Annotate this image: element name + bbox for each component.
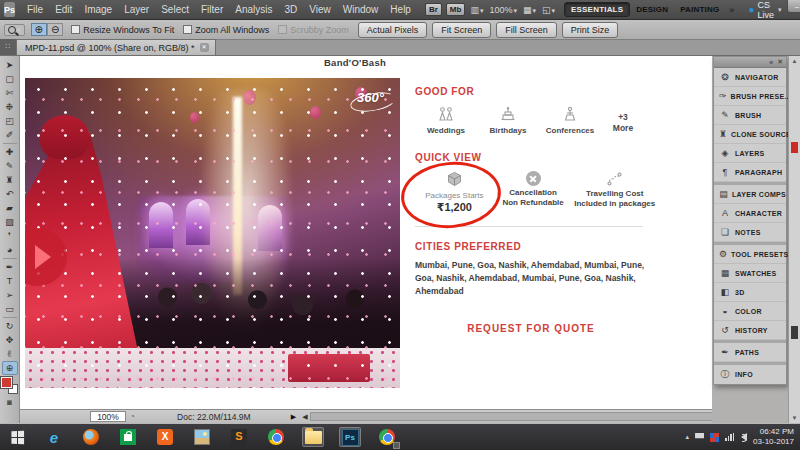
request-quote-button[interactable]: REQUEST FOR QUOTE [415, 323, 647, 334]
taskbar-clock[interactable]: 06:42 PM 03-10-2017 [753, 427, 794, 447]
collapse-dock-icon[interactable]: « [769, 59, 773, 66]
panel-info[interactable]: ⓘINFO [714, 365, 786, 384]
clone-stamp-tool[interactable]: ♜ [2, 173, 18, 187]
status-flyout-arrow[interactable]: ▶ [291, 413, 296, 421]
mini-bridge-button[interactable]: Mb [446, 3, 466, 16]
panel-3d[interactable]: ◧3D [714, 283, 786, 302]
tray-expand-icon[interactable]: ▴ [686, 433, 690, 441]
zoom-tool[interactable]: ⊕ [2, 361, 18, 375]
panel-layer-comps[interactable]: ▤LAYER COMPS [714, 185, 786, 204]
panel-paths[interactable]: ✒PATHS [714, 343, 786, 362]
menu-edit[interactable]: Edit [49, 0, 78, 19]
resize-windows-checkbox[interactable]: Resize Windows To Fit [71, 25, 174, 35]
eraser-tool[interactable]: ▰ [2, 201, 18, 215]
start-button[interactable] [6, 427, 28, 447]
panel-notes[interactable]: ❏NOTES [714, 223, 786, 242]
photos-button[interactable] [191, 427, 213, 447]
panel-grip[interactable]: ∷ [0, 39, 16, 55]
dodge-tool[interactable]: ◕ [2, 243, 18, 257]
canvas[interactable]: Band'O'Bash [20, 56, 712, 409]
tab-close-icon[interactable]: ✕ [200, 43, 209, 52]
cs-live-dropdown[interactable]: ● CS Live ▾ [744, 0, 785, 20]
lasso-tool[interactable]: ✄ [2, 86, 18, 100]
firefox-button[interactable] [80, 427, 102, 447]
fill-screen-button[interactable]: Fill Screen [496, 22, 557, 38]
menu-filter[interactable]: Filter [195, 0, 229, 19]
panel-brush[interactable]: ✎BRUSH [714, 106, 786, 125]
zoom-level-dropdown[interactable]: 100%▾ [486, 5, 520, 15]
fit-screen-button[interactable]: Fit Screen [432, 22, 491, 38]
history-brush-tool[interactable]: ↶ [2, 187, 18, 201]
menu-view[interactable]: View [303, 0, 337, 19]
good-for-more-button[interactable]: +3 More [601, 106, 645, 135]
panel-layers[interactable]: ◈LAYERS [714, 144, 786, 163]
guides-dropdown-icon[interactable]: ▥▾ [467, 5, 486, 15]
panel-clone-source[interactable]: ♜CLONE SOURCE [714, 125, 786, 144]
chrome-button[interactable] [265, 427, 287, 447]
panel-history[interactable]: ↺HISTORY [714, 321, 786, 340]
menu-file[interactable]: File [21, 0, 49, 19]
path-selection-tool[interactable]: ➢ [2, 288, 18, 302]
collapsed-panel-red-tab[interactable] [791, 142, 798, 153]
menu-image[interactable]: Image [78, 0, 118, 19]
workspace-design[interactable]: DESIGN [630, 3, 674, 16]
graphics-utility-icon[interactable] [710, 433, 719, 442]
windows-store-button[interactable] [117, 427, 139, 447]
panel-tool-presets[interactable]: ⚙TOOL PRESETS [714, 245, 786, 264]
photoshop-taskbar-button[interactable]: Ps [339, 427, 361, 447]
internet-explorer-button[interactable]: e [43, 427, 65, 447]
hand-tool[interactable]: ✌ [2, 347, 18, 361]
sublime-text-button[interactable]: S [228, 427, 250, 447]
scroll-left-arrow[interactable]: ◀ [302, 413, 307, 421]
print-size-button[interactable]: Print Size [562, 22, 619, 38]
action-center-icon[interactable] [695, 433, 704, 442]
minimize-button[interactable]: – [787, 0, 800, 13]
badge-360-icon[interactable]: 360° [357, 90, 384, 105]
menu-3d[interactable]: 3D [278, 0, 303, 19]
arrange-documents-dropdown[interactable]: ▦▾ [520, 5, 539, 15]
rotate-3d-tool[interactable]: ↻ [2, 319, 18, 333]
menu-help[interactable]: Help [384, 0, 417, 19]
workspace-painting[interactable]: PAINTING [674, 3, 725, 16]
volume-icon[interactable] [741, 433, 747, 441]
zoom-in-button[interactable]: ⊕ [31, 23, 47, 36]
screen-mode-dropdown[interactable]: ◱▾ [539, 5, 558, 15]
bridge-button[interactable]: Br [425, 3, 442, 16]
move-tool[interactable]: ➤ [2, 58, 18, 72]
menu-analysis[interactable]: Analysis [229, 0, 278, 19]
pen-tool[interactable]: ✒ [2, 260, 18, 274]
panel-navigator[interactable]: ❂NAVIGATOR [714, 68, 786, 87]
menu-window[interactable]: Window [337, 0, 385, 19]
marquee-tool[interactable]: ▢ [2, 72, 18, 86]
menu-layer[interactable]: Layer [118, 0, 155, 19]
current-tool-preset[interactable]: ▾ [4, 24, 25, 36]
chrome-profile-button[interactable] [376, 427, 398, 447]
brush-tool[interactable]: ✎ [2, 159, 18, 173]
panel-swatches[interactable]: ▦SWATCHES [714, 264, 786, 283]
pan-3d-tool[interactable]: ✥ [2, 333, 18, 347]
file-explorer-button[interactable] [302, 427, 324, 447]
shape-tool[interactable]: ▭ [2, 302, 18, 316]
scroll-down-arrow[interactable]: ▼ [789, 415, 800, 421]
workspace-essentials[interactable]: ESSENTIALS [564, 2, 630, 17]
panel-character[interactable]: ACHARACTER [714, 204, 786, 223]
eyedropper-tool[interactable]: ✐ [2, 128, 18, 142]
crop-tool[interactable]: ◰ [2, 114, 18, 128]
gradient-tool[interactable]: ▨ [2, 215, 18, 229]
vertical-scrollbar[interactable]: ▲ ▼ [788, 56, 800, 423]
scroll-up-arrow[interactable]: ▲ [789, 58, 800, 64]
workspace-overflow-button[interactable]: » [725, 5, 738, 15]
quick-selection-tool[interactable]: ❉ [2, 100, 18, 114]
status-zoom-field[interactable]: 100% [90, 411, 126, 422]
collapsed-panel-dark-tab[interactable] [791, 326, 798, 339]
blur-tool[interactable]: ❜ [2, 229, 18, 243]
panel-paragraph[interactable]: ¶PARAGRAPH [714, 163, 786, 182]
type-tool[interactable]: T [2, 274, 18, 288]
xampp-button[interactable]: X [154, 427, 176, 447]
document-tab[interactable]: MPD-11.psd @ 100% (Share on, RGB/8) * ✕ [16, 39, 216, 55]
actual-pixels-button[interactable]: Actual Pixels [358, 22, 428, 38]
menu-select[interactable]: Select [155, 0, 195, 19]
foreground-color-swatch[interactable] [1, 377, 12, 388]
zoom-out-button[interactable]: ⊖ [47, 23, 63, 36]
panel-brush-presets[interactable]: ✑BRUSH PRESE... [714, 87, 786, 106]
